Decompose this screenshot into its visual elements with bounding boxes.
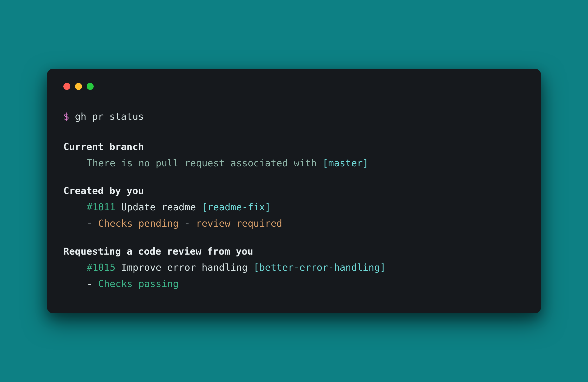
status-checks-passing: Checks passing (98, 278, 179, 289)
section-requesting-review: Requesting a code review from you #1015 … (63, 243, 525, 292)
section-created-by-you: Created by you #1011 Update readme [read… (63, 183, 525, 232)
current-branch-message: There is no pull request associated with… (63, 155, 525, 171)
pr-review-status: - Checks passing (63, 276, 525, 292)
maximize-icon[interactable] (87, 83, 94, 90)
status-dash: - (87, 278, 98, 289)
terminal-body[interactable]: $ gh pr status Current branch There is n… (63, 108, 525, 292)
pr-title: Improve error handling (121, 262, 253, 273)
section-current-branch: Current branch There is no pull request … (63, 139, 525, 171)
status-dash: - (87, 218, 98, 229)
section-header-requesting: Requesting a code review from you (63, 243, 525, 260)
minimize-icon[interactable] (75, 83, 82, 90)
pr-created-line: #1011 Update readme [readme-fix] (63, 199, 525, 215)
pr-review-line: #1015 Improve error handling [better-err… (63, 259, 525, 276)
branch-name: [master] (322, 157, 368, 169)
branch-message-text: There is no pull request associated with (87, 157, 322, 169)
pr-number: #1015 (87, 262, 115, 273)
prompt-line: $ gh pr status (63, 108, 525, 125)
command-text: gh pr status (69, 111, 144, 122)
pr-created-status: - Checks pending - review required (63, 215, 525, 232)
pr-title: Update readme (121, 201, 202, 213)
traffic-lights (63, 83, 525, 90)
prompt-symbol: $ (63, 111, 69, 122)
pr-number: #1011 (87, 201, 115, 213)
section-header-created: Created by you (63, 183, 525, 199)
pr-branch: [readme-fix] (202, 201, 271, 213)
status-review-required: review required (196, 218, 282, 229)
close-icon[interactable] (63, 83, 70, 90)
status-checks-pending: Checks pending (98, 218, 179, 229)
section-header-current-branch: Current branch (63, 139, 525, 155)
terminal-window: $ gh pr status Current branch There is n… (47, 69, 541, 313)
status-dash: - (179, 218, 196, 229)
pr-branch: [better-error-handling] (253, 262, 386, 273)
